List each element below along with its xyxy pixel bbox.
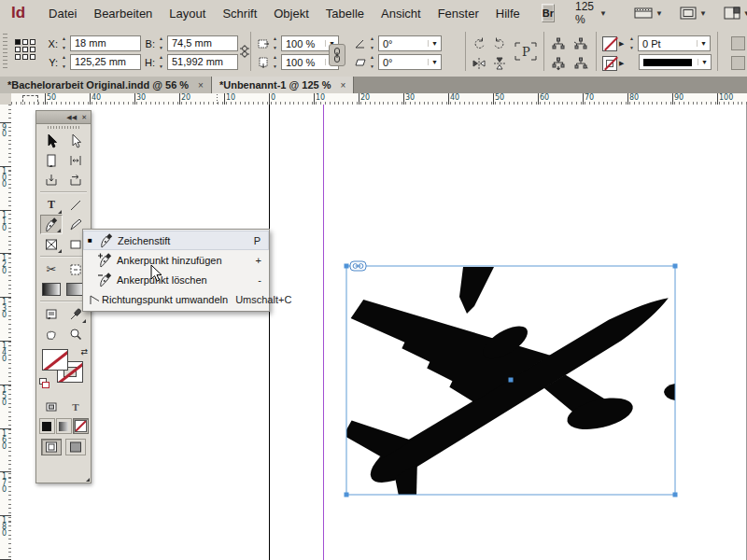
shear-stepper[interactable]: ▲▼	[368, 55, 376, 69]
panel-menu-button[interactable]	[731, 56, 745, 70]
tools-panel-titlebar[interactable]: ◀◀ ✕	[36, 111, 91, 124]
menu-datei[interactable]: Datei	[40, 3, 85, 24]
panel-drag-grip[interactable]	[36, 124, 91, 131]
zoom-level-dropdown[interactable]: 125 % ▼	[575, 0, 607, 26]
pen-tool[interactable]	[40, 215, 63, 234]
bridge-button[interactable]: Br	[542, 4, 555, 22]
formatting-affects-text-button[interactable]: T	[64, 397, 87, 416]
rotation-angle-dropdown[interactable]: 0°▼	[378, 35, 442, 51]
menu-item-richtungspunkt-umwandeln[interactable]: Richtungspunkt umwandeln Umschalt+C	[83, 289, 269, 309]
swap-fill-stroke-icon[interactable]: ⇄	[80, 347, 88, 357]
shear-angle-dropdown[interactable]: 0°▼	[378, 54, 442, 70]
flyout-arrow-icon[interactable]: ▶	[619, 60, 624, 67]
menu-layout[interactable]: Layout	[161, 3, 214, 24]
tab-unbenannt-1[interactable]: *Unbenannt-1 @ 125 % ×	[212, 77, 354, 93]
distribute-icon-2[interactable]	[573, 36, 588, 51]
close-icon[interactable]: ×	[340, 80, 345, 91]
ruler-cursor-position-mark	[217, 94, 218, 105]
content-collector-tool[interactable]	[40, 170, 63, 189]
document-canvas[interactable]	[11, 105, 747, 560]
close-icon[interactable]: ×	[198, 80, 204, 91]
y-stepper[interactable]: ▲▼	[60, 55, 68, 69]
default-fill-stroke-icon[interactable]	[39, 378, 49, 387]
scale-x-icon	[256, 36, 271, 51]
content-placer-tool[interactable]	[64, 170, 87, 189]
distribute-icon-1[interactable]	[551, 36, 566, 51]
quick-apply-button[interactable]	[731, 36, 745, 50]
x-stepper[interactable]: ▲▼	[60, 36, 68, 50]
apply-none-button[interactable]	[73, 418, 89, 434]
note-tool[interactable]	[40, 304, 63, 324]
normal-view-mode-button[interactable]	[41, 439, 62, 455]
gradient-swatch-tool[interactable]	[40, 279, 63, 299]
menu-fenster[interactable]: Fenster	[430, 3, 487, 24]
constrain-scale-link-button[interactable]	[329, 44, 345, 66]
rectangle-frame-tool[interactable]	[40, 234, 63, 254]
flip-vertical-button[interactable]	[492, 56, 507, 71]
scale-x-stepper[interactable]: ▲▼	[271, 36, 279, 50]
menu-objekt[interactable]: Objekt	[265, 3, 317, 24]
width-stepper[interactable]: ▲▼	[157, 36, 165, 50]
rotation-angle-icon	[353, 36, 368, 51]
scale-y-stepper[interactable]: ▲▼	[271, 55, 279, 69]
flyout-arrow-icon[interactable]: ▶	[619, 40, 624, 48]
preview-mode-button[interactable]	[65, 439, 86, 455]
flip-horizontal-button[interactable]	[472, 56, 486, 71]
close-icon[interactable]: ✕	[81, 114, 87, 121]
apply-gradient-button[interactable]	[56, 418, 72, 434]
scissors-tool[interactable]: ✂	[40, 259, 63, 279]
fill-swatch[interactable]	[42, 349, 68, 371]
rotate-ccw-button[interactable]	[492, 36, 507, 51]
height-field[interactable]: 51,992 mm	[167, 54, 238, 70]
stroke-weight-dropdown[interactable]: 0 Pt▼	[638, 35, 711, 51]
menu-hilfe[interactable]: Hilfe	[487, 3, 529, 24]
panel-grip[interactable]	[3, 34, 7, 69]
width-field[interactable]: 74,5 mm	[167, 35, 238, 51]
distribute-icon-4[interactable]	[573, 56, 588, 71]
x-position-field[interactable]: 18 mm	[70, 35, 141, 51]
screen-mode-dropdown[interactable]: ▼	[680, 7, 707, 20]
selection-handle[interactable]	[673, 493, 678, 497]
stroke-color-none-swatch[interactable]	[602, 36, 617, 51]
link-badge[interactable]	[350, 261, 366, 271]
formatting-affects-container-button[interactable]	[40, 397, 63, 416]
stroke-style-dropdown[interactable]: ▼	[639, 54, 712, 70]
rotate-cw-button[interactable]	[472, 36, 486, 51]
selection-handle[interactable]	[345, 493, 349, 497]
distribute-icon-3[interactable]	[551, 56, 566, 71]
tab-bachelorarbeit[interactable]: *Bachelorarbeit Original.indd @ 56 % ×	[0, 77, 212, 93]
menu-item-zeichenstift[interactable]: ■ Zeichenstift P	[83, 231, 269, 250]
view-options-dropdown[interactable]: ▼	[634, 7, 663, 20]
selection-handle[interactable]	[345, 264, 349, 269]
selection-tool[interactable]	[40, 131, 63, 150]
selection-frame[interactable]	[345, 261, 678, 497]
direct-selection-tool[interactable]	[64, 131, 87, 150]
airplane-image[interactable]	[289, 164, 713, 554]
line-tool[interactable]	[64, 195, 87, 215]
center-point-handle[interactable]	[509, 378, 514, 383]
stroke-weight-stepper[interactable]: ▲▼	[627, 36, 636, 50]
constrain-dimensions-icon[interactable]	[239, 45, 250, 58]
menu-schrift[interactable]: Schrift	[214, 3, 265, 24]
hand-tool[interactable]	[40, 324, 63, 343]
menu-item-ankerpunkt-hinzufuegen[interactable]: Ankerpunkt hinzufügen +	[83, 250, 269, 270]
menu-tabelle[interactable]: Tabelle	[317, 3, 373, 24]
zoom-tool[interactable]	[64, 324, 87, 343]
fill-color-none-swatch[interactable]	[602, 56, 617, 71]
apply-color-button[interactable]	[39, 418, 55, 434]
workspace-dropdown[interactable]: ▼	[724, 7, 747, 20]
gap-tool[interactable]	[64, 150, 87, 170]
collapse-panel-icon[interactable]: ◀◀	[66, 114, 77, 121]
height-stepper[interactable]: ▲▼	[157, 55, 165, 69]
fill-stroke-indicator[interactable]: ⇄	[36, 346, 91, 395]
type-tool[interactable]: T	[40, 195, 63, 215]
page-tool[interactable]	[40, 150, 63, 170]
reference-point-proxy[interactable]	[15, 39, 37, 62]
select-container-button[interactable]: P	[514, 41, 538, 62]
rotation-stepper[interactable]: ▲▼	[368, 36, 376, 50]
menu-item-ankerpunkt-loeschen[interactable]: Ankerpunkt löschen -	[83, 270, 269, 289]
y-position-field[interactable]: 125,25 mm	[70, 54, 141, 70]
menu-ansicht[interactable]: Ansicht	[373, 3, 430, 24]
menu-bearbeiten[interactable]: Bearbeiten	[85, 3, 161, 24]
selection-handle[interactable]	[673, 264, 678, 269]
